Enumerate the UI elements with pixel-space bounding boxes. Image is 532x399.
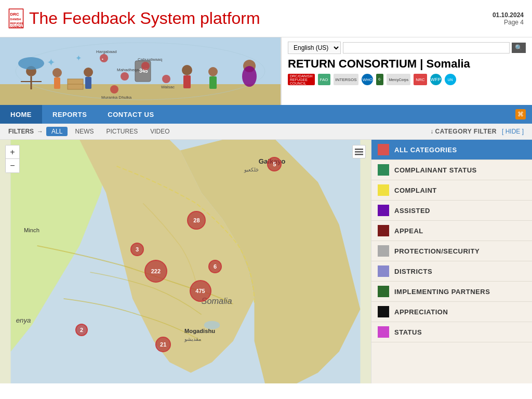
- banner: 345 • Hargabaad Cabuudwaaq Mahadh: [0, 37, 532, 105]
- nav-home[interactable]: HOME: [0, 105, 42, 124]
- svg-point-22: [208, 67, 218, 76]
- logo-area: DRC DANISH REFUGEE COUNCIL: [8, 4, 24, 33]
- svg-text:Mahadheqa: Mahadheqa: [117, 68, 139, 72]
- category-filter-label: CATEGORY FILTER: [435, 128, 497, 135]
- navbar: HOME REPORTS CONTACT US ⌘: [0, 105, 532, 124]
- category-complaint-color: [378, 184, 389, 196]
- category-appeal[interactable]: APPEAL: [371, 221, 532, 241]
- marker-2[interactable]: 2: [75, 324, 88, 336]
- category-complaint-label: COMPLAINT: [394, 187, 437, 194]
- svg-point-16: [84, 68, 93, 77]
- svg-point-24: [100, 54, 108, 62]
- marker-222[interactable]: 222: [144, 260, 167, 283]
- category-complainant-label: COMPLAINANT STATUS: [394, 166, 477, 174]
- marker-21[interactable]: 21: [155, 337, 171, 352]
- partner-wfp: WFP: [430, 74, 442, 85]
- svg-point-33: [110, 85, 118, 94]
- drc-logo-icon: DRC DANISH REFUGEE COUNCIL: [8, 4, 24, 33]
- marker-6[interactable]: 6: [208, 260, 222, 273]
- partner-fao: FAO: [318, 74, 330, 85]
- category-appeal-label: APPEAL: [394, 227, 423, 235]
- header-date: 01.10.2024: [493, 11, 524, 19]
- category-status[interactable]: STATUS: [371, 322, 532, 342]
- svg-point-11: [18, 57, 44, 70]
- svg-rect-52: [355, 151, 363, 153]
- header: DRC DANISH REFUGEE COUNCIL The Feedback …: [0, 0, 532, 37]
- svg-text:DANISH: DANISH: [10, 18, 21, 21]
- partner-unhcr: UN: [445, 74, 456, 85]
- svg-text:COUNCIL: COUNCIL: [10, 25, 23, 28]
- svg-text:•: •: [102, 57, 103, 61]
- page-title: The Feedback System platform: [29, 9, 493, 28]
- nav-reports[interactable]: REPORTS: [42, 105, 97, 124]
- category-districts-color: [378, 265, 389, 277]
- consortium-title: RETURN CONSORTIUM | Somalia: [288, 57, 526, 71]
- svg-text:Mogadishu: Mogadishu: [184, 328, 215, 334]
- filter-video[interactable]: VIDEO: [145, 127, 175, 136]
- category-assisted-label: ASSISTED: [394, 207, 430, 215]
- language-select[interactable]: English (US): [288, 42, 341, 54]
- category-protection-color: [378, 245, 389, 257]
- zoom-in-button[interactable]: +: [6, 145, 19, 159]
- language-row: English (US) 🔍: [288, 42, 526, 54]
- svg-text:Walsac: Walsac: [161, 85, 175, 89]
- partner-intersos: INTERSOS: [334, 74, 359, 85]
- category-filter-hide[interactable]: [ HIDE ]: [502, 128, 524, 135]
- nav-contact[interactable]: CONTACT US: [97, 105, 164, 124]
- svg-rect-53: [355, 154, 363, 155]
- search-button[interactable]: 🔍: [512, 43, 526, 53]
- svg-rect-51: [355, 149, 363, 150]
- banner-right: English (US) 🔍 RETURN CONSORTIUM | Somal…: [281, 37, 532, 105]
- category-filter-header: ↓ CATEGORY FILTER [ HIDE ]: [430, 128, 524, 135]
- svg-point-29: [121, 72, 129, 81]
- marker-475[interactable]: 475: [190, 280, 211, 302]
- category-all[interactable]: ALL CATEGORIES: [371, 140, 532, 160]
- category-districts-label: DISTRICTS: [394, 268, 432, 275]
- map-area[interactable]: Galkayo جَلكعيو Minch Somalia Mogadishu …: [0, 140, 371, 383]
- filters-label: FILTERS: [8, 128, 34, 135]
- svg-text:Cabuudwaaq: Cabuudwaaq: [138, 57, 162, 62]
- category-districts[interactable]: DISTRICTS: [371, 261, 532, 282]
- filter-all[interactable]: ALL: [46, 127, 68, 136]
- category-implementing-label: IMPLEMENTING PARTNERS: [394, 288, 490, 296]
- svg-text:✦: ✦: [47, 57, 56, 68]
- svg-rect-13: [54, 77, 60, 89]
- category-implementing-color: [378, 286, 389, 297]
- rss-icon: ⌘: [515, 109, 526, 119]
- category-assisted[interactable]: ASSISTED: [371, 201, 532, 221]
- category-assisted-color: [378, 205, 389, 216]
- category-protection-label: PROTECTION/SECURITY: [394, 247, 480, 255]
- partner-mercycorps: MercyCorps: [387, 74, 410, 85]
- consortium-title-text: RETURN CONSORTIUM | Somalia: [288, 57, 470, 70]
- category-complainant-status[interactable]: COMPLAINANT STATUS: [371, 160, 532, 180]
- category-all-label: ALL CATEGORIES: [394, 146, 457, 154]
- nav-rss[interactable]: ⌘: [509, 109, 532, 119]
- category-protection[interactable]: PROTECTION/SECURITY: [371, 241, 532, 261]
- category-complaint[interactable]: COMPLAINT: [371, 180, 532, 201]
- category-panel: ALL CATEGORIES COMPLAINANT STATUS COMPLA…: [371, 140, 532, 383]
- filter-news[interactable]: NEWS: [70, 127, 99, 136]
- category-appreciation-color: [378, 306, 389, 317]
- svg-rect-23: [209, 76, 217, 89]
- map-layer-button[interactable]: [352, 145, 366, 158]
- category-implementing-partners[interactable]: IMPLEMENTING PARTNERS: [371, 282, 532, 302]
- category-appreciation[interactable]: APPRECIATION: [371, 302, 532, 322]
- svg-text:✦: ✦: [75, 54, 82, 62]
- filters-bar: FILTERS → ALL NEWS PICTURES VIDEO ↓ CATE…: [0, 124, 532, 140]
- svg-text:Minch: Minch: [24, 227, 39, 233]
- search-input[interactable]: [343, 42, 510, 54]
- marker-28[interactable]: 28: [187, 211, 206, 230]
- filter-pictures[interactable]: PICTURES: [101, 127, 143, 136]
- zoom-out-button[interactable]: −: [6, 159, 19, 172]
- svg-text:Hargabaad: Hargabaad: [96, 49, 117, 54]
- svg-point-36: [242, 66, 257, 87]
- partner-islamic: ☪: [376, 74, 383, 85]
- category-complainant-color: [378, 164, 389, 176]
- filters-arrow: →: [37, 128, 43, 135]
- banner-illustration: 345 • Hargabaad Cabuudwaaq Mahadh: [0, 37, 281, 105]
- zoom-controls: + −: [5, 145, 20, 173]
- svg-rect-21: [183, 75, 191, 88]
- svg-point-27: [141, 62, 150, 70]
- svg-rect-17: [85, 77, 91, 89]
- svg-text:REFUGEE: REFUGEE: [10, 22, 24, 25]
